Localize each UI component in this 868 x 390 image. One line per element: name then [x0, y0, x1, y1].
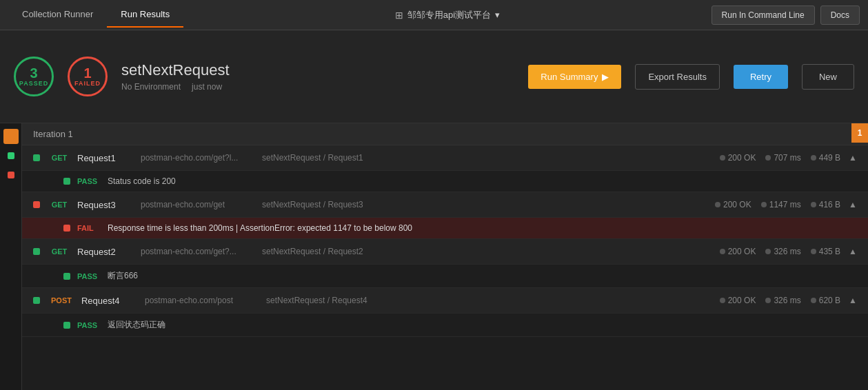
run-summary-button[interactable]: Run Summary ▶ — [528, 65, 621, 89]
sidebar-icon-red[interactable] — [3, 167, 19, 183]
test-desc-2-1: 断言666 — [108, 270, 138, 282]
top-bar: Collection Runner Run Results ⊞ 邹邹专用api测… — [0, 0, 868, 30]
size-2: 435 B — [811, 247, 840, 256]
top-bar-right: Run In Command Line Docs — [711, 6, 860, 25]
summary-bar: 3 PASSED 1 FAILED setNextRequest No Envi… — [0, 30, 868, 123]
main-area: Iteration 1 GET Request1 postman-echo.co… — [0, 123, 868, 390]
tab-collection-runner[interactable]: Collection Runner — [8, 2, 107, 28]
status-2: 200 OK — [720, 247, 756, 256]
request-indicator-1 — [33, 154, 40, 161]
request-url-2: postman-echo.com/get?... — [141, 247, 251, 256]
request-row-4[interactable]: POST Request4 postman-echo.com/post setN… — [22, 288, 868, 314]
request-row[interactable]: GET Request1 postman-echo.com/get?l... s… — [22, 145, 868, 171]
request-name-3: Request3 — [77, 200, 132, 210]
failed-label: FAILED — [74, 80, 101, 87]
method-badge-1: GET — [47, 152, 72, 163]
run-in-command-line-button[interactable]: Run In Command Line — [711, 6, 815, 25]
request-indicator-4 — [33, 297, 40, 304]
test-badge-pass-4-1: PASS — [77, 321, 98, 329]
request-name-4: Request4 — [81, 296, 137, 306]
test-indicator-3-1 — [63, 225, 70, 232]
time-1: 707 ms — [765, 153, 800, 163]
request-name-1: Request1 — [77, 153, 132, 163]
dropdown-icon[interactable]: ▾ — [495, 10, 500, 20]
request-name-2: Request2 — [77, 247, 132, 257]
method-badge-4: POST — [47, 295, 76, 306]
run-time: just now — [192, 82, 222, 92]
request-row-2[interactable]: GET Request2 postman-echo.com/get?... se… — [22, 239, 868, 265]
iteration-badge: 1 — [851, 123, 868, 143]
test-indicator-1-1 — [63, 178, 70, 185]
test-badge-fail-3-1: FAIL — [77, 224, 98, 232]
retry-button[interactable]: Retry — [734, 65, 788, 89]
failed-count: 1 — [83, 66, 91, 80]
test-desc-4-1: 返回状态码正确 — [108, 319, 165, 331]
test-desc-3-1: Response time is less than 200ms | Asser… — [108, 223, 412, 233]
chevron-icon-2: ▲ — [849, 247, 857, 256]
run-summary-arrow-icon: ▶ — [602, 72, 609, 82]
passed-label: PASSED — [19, 80, 48, 87]
request-indicator-2 — [33, 248, 40, 255]
test-result-row-4-1: PASS 返回状态码正确 — [22, 314, 868, 337]
request-url-1: postman-echo.com/get?l... — [141, 153, 251, 163]
sidebar — [0, 123, 22, 390]
size-4: 620 B — [811, 296, 840, 305]
docs-button[interactable]: Docs — [820, 6, 860, 25]
request-stats-2: 200 OK 326 ms 435 B — [720, 247, 840, 256]
test-desc-1-1: Status code is 200 — [108, 176, 176, 186]
request-collection-1: setNextRequest / Request1 — [262, 153, 720, 163]
top-bar-left: Collection Runner Run Results — [8, 2, 183, 28]
environment-label: No Environment — [121, 82, 181, 92]
iteration-label: Iteration 1 — [33, 129, 73, 139]
sidebar-icon-green[interactable] — [3, 148, 19, 163]
status-3: 200 OK — [715, 200, 751, 209]
new-button[interactable]: New — [802, 64, 854, 90]
size-3: 416 B — [811, 200, 840, 209]
chevron-icon-3: ▲ — [849, 200, 857, 209]
request-stats-4: 200 OK 326 ms 620 B — [720, 296, 840, 305]
method-badge-3: GET — [47, 199, 72, 210]
request-collection-2: setNextRequest / Request2 — [262, 247, 720, 256]
test-result-row: PASS Status code is 200 — [22, 171, 868, 192]
request-stats-3: 200 OK 1147 ms 416 B — [715, 200, 840, 209]
test-badge-pass-2-1: PASS — [77, 272, 98, 280]
test-name-block: setNextRequest No Environment just now — [121, 61, 230, 92]
grid-icon: ⊞ — [395, 10, 403, 21]
size-1: 449 B — [811, 153, 840, 163]
time-2: 326 ms — [765, 247, 800, 256]
export-results-button[interactable]: Export Results — [635, 64, 720, 90]
request-stats-1: 200 OK 707 ms 449 B — [720, 153, 840, 163]
iteration-badge-container: 1 — [851, 123, 868, 143]
test-indicator-2-1 — [63, 273, 70, 280]
test-result-row-fail: FAIL Response time is less than 200ms | … — [22, 218, 868, 239]
test-badge-pass-1-1: PASS — [77, 177, 98, 185]
passed-count: 3 — [30, 66, 37, 80]
sidebar-icon-orange[interactable] — [3, 129, 19, 144]
failed-badge: 1 FAILED — [68, 57, 108, 96]
test-name: setNextRequest — [121, 61, 230, 79]
chevron-icon-1: ▲ — [849, 153, 857, 163]
status-4: 200 OK — [720, 296, 756, 305]
test-result-row-2-1: PASS 断言666 — [22, 265, 868, 288]
method-badge-2: GET — [47, 246, 72, 257]
request-row-3[interactable]: GET Request3 postman-echo.com/get setNex… — [22, 192, 868, 218]
status-1: 200 OK — [720, 153, 756, 163]
time-4: 326 ms — [765, 296, 800, 305]
results-panel: Iteration 1 GET Request1 postman-echo.co… — [22, 123, 868, 337]
request-url-3: postman-echo.com/get — [141, 200, 251, 209]
time-3: 1147 ms — [761, 200, 801, 209]
request-collection-4: setNextRequest / Request4 — [266, 296, 720, 305]
chevron-icon-4: ▲ — [849, 296, 857, 305]
request-url-4: postman-echo.com/post — [145, 296, 255, 305]
request-indicator-3 — [33, 201, 40, 208]
request-collection-3: setNextRequest / Request3 — [262, 200, 715, 209]
top-bar-center: ⊞ 邹邹专用api测试平台 ▾ — [395, 9, 500, 21]
test-indicator-4-1 — [63, 322, 70, 329]
passed-badge: 3 PASSED — [14, 57, 54, 96]
tab-run-results[interactable]: Run Results — [107, 2, 183, 28]
iteration-header: Iteration 1 — [22, 123, 868, 145]
platform-name: 邹邹专用api测试平台 — [407, 9, 491, 21]
